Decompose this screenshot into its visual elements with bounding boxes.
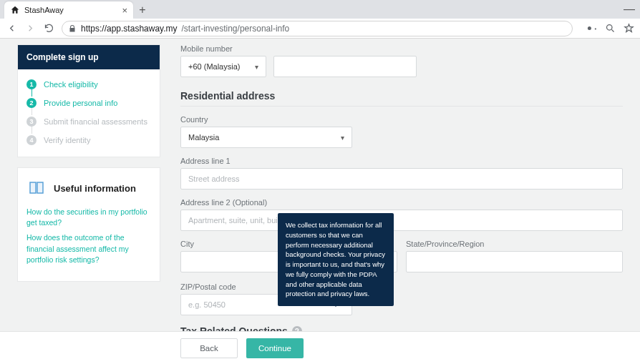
footer-bar: Back Continue — [0, 331, 640, 364]
info-link-financial-assessment[interactable]: How does the outcome of the financial as… — [26, 232, 151, 265]
signup-progress-header: Complete sign up — [18, 45, 160, 69]
residential-heading: Residential address — [180, 90, 623, 107]
browser-tab[interactable]: StashAway × — [4, 1, 133, 19]
home-icon — [10, 5, 20, 15]
zoom-icon[interactable] — [604, 23, 616, 34]
step-check-eligibility[interactable]: 1 Check eligibility — [26, 75, 151, 94]
continue-button[interactable]: Continue — [246, 338, 304, 358]
address2-label: Address line 2 (Optional) — [180, 198, 623, 207]
chevron-down-icon: ▾ — [341, 134, 344, 142]
url-bar[interactable]: https://app.stashaway.my/start-investing… — [62, 21, 573, 36]
state-label: State/Province/Region — [406, 240, 623, 248]
country-label: Country — [180, 115, 352, 124]
back-button[interactable]: Back — [180, 338, 238, 358]
chevron-down-icon: ▾ — [255, 63, 258, 71]
star-icon[interactable] — [623, 23, 634, 34]
tax-info-tooltip: We collect tax information for all custo… — [278, 213, 394, 306]
browser-tabbar: StashAway × + — — [0, 0, 640, 19]
new-tab-button[interactable]: + — [133, 1, 152, 19]
window-minimize-icon[interactable]: — — [619, 0, 640, 19]
form-main: Mobile number +60 (Malaysia) ▾ Residenti… — [180, 44, 623, 364]
browser-toolbar: https://app.stashaway.my/start-investing… — [0, 19, 640, 39]
address1-label: Address line 1 — [180, 157, 623, 165]
forward-icon[interactable] — [24, 23, 36, 34]
state-input[interactable] — [406, 251, 623, 272]
info-link-securities-tax[interactable]: How do the securities in my portfolio ge… — [26, 207, 151, 228]
key-icon[interactable] — [586, 23, 597, 34]
address-line1-input[interactable] — [180, 168, 623, 190]
country-select[interactable]: Malaysia ▾ — [180, 127, 352, 148]
useful-info-title: Useful information — [54, 183, 136, 194]
step-verify-identity: 4 Verify identity — [26, 131, 151, 149]
svg-point-0 — [587, 26, 591, 30]
back-icon[interactable] — [6, 23, 17, 34]
lock-icon — [68, 24, 77, 33]
useful-info-card: Useful information How do the securities… — [17, 167, 160, 282]
address-line2-input[interactable] — [180, 210, 623, 231]
mobile-country-code-select[interactable]: +60 (Malaysia) ▾ — [180, 56, 266, 77]
reload-icon[interactable] — [43, 23, 54, 34]
step-financial-assessment: 3 Submit financial assessments — [26, 112, 151, 131]
url-host: https://app.stashaway.my — [81, 24, 178, 34]
svg-point-1 — [606, 25, 612, 31]
close-icon[interactable]: × — [122, 5, 127, 16]
signup-progress-card: Complete sign up 1 Check eligibility 2 P… — [17, 44, 160, 157]
step-personal-info[interactable]: 2 Provide personal info — [26, 94, 151, 112]
page: Complete sign up 1 Check eligibility 2 P… — [0, 39, 640, 364]
url-path: /start-investing/personal-info — [182, 24, 290, 34]
mobile-label: Mobile number — [180, 44, 623, 53]
tab-title: StashAway — [24, 6, 119, 14]
mobile-number-input[interactable] — [273, 56, 417, 77]
book-icon — [26, 178, 47, 198]
